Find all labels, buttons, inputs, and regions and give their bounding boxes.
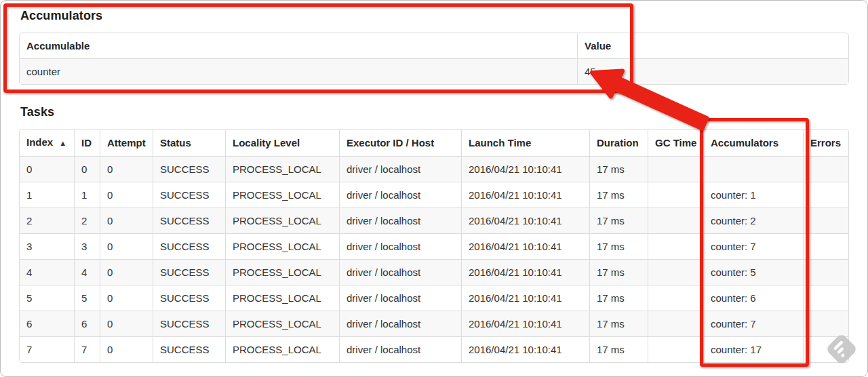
tasks-cell-executor-id-host: driver / localhost — [339, 182, 461, 207]
tasks-cell-executor-id-host: driver / localhost — [339, 207, 461, 233]
tasks-cell-duration: 17 ms — [589, 285, 648, 311]
tasks-cell-index: 3 — [20, 233, 74, 259]
tasks-cell-id: 3 — [74, 233, 100, 259]
tasks-cell-launch-time: 2016/04/21 10:10:41 — [461, 207, 589, 233]
tasks-cell-launch-time: 2016/04/21 10:10:41 — [461, 285, 589, 311]
tasks-cell-errors — [803, 156, 848, 182]
tasks-cell-executor-id-host: driver / localhost — [339, 336, 461, 362]
tasks-cell-errors — [803, 182, 848, 207]
tasks-cell-duration: 17 ms — [589, 336, 648, 362]
tasks-cell-duration: 17 ms — [589, 233, 648, 259]
tasks-cell-duration: 17 ms — [589, 207, 648, 233]
tasks-cell-attempt: 0 — [100, 285, 153, 311]
tasks-cell-status: SUCCESS — [153, 233, 225, 259]
tasks-cell-attempt: 0 — [100, 182, 153, 207]
tasks-table-row: 660SUCCESSPROCESS_LOCALdriver / localhos… — [20, 311, 848, 336]
tasks-cell-accumulators: counter: 1 — [703, 182, 803, 207]
tasks-cell-duration: 17 ms — [589, 156, 648, 182]
tasks-table: Index▲IDAttemptStatusLocality LevelExecu… — [19, 129, 849, 363]
tasks-cell-accumulators: counter: 6 — [703, 285, 803, 311]
tasks-cell-locality-level: PROCESS_LOCAL — [225, 233, 339, 259]
accumulators-col-header-value: Value — [577, 33, 848, 58]
tasks-table-row: 440SUCCESSPROCESS_LOCALdriver / localhos… — [20, 259, 848, 285]
accumulators-cell-value: 45 — [577, 58, 848, 84]
tasks-cell-duration: 17 ms — [589, 259, 648, 285]
tasks-col-header-executor-id-host[interactable]: Executor ID / Host — [339, 130, 461, 156]
tasks-table-row: 220SUCCESSPROCESS_LOCALdriver / localhos… — [20, 207, 848, 233]
tasks-cell-status: SUCCESS — [153, 207, 225, 233]
tasks-cell-index: 6 — [20, 311, 74, 336]
tasks-cell-duration: 17 ms — [589, 311, 648, 336]
tasks-cell-id: 1 — [74, 182, 100, 207]
tasks-cell-accumulators — [703, 156, 803, 182]
tasks-cell-gc-time — [648, 207, 703, 233]
tasks-cell-locality-level: PROCESS_LOCAL — [225, 285, 339, 311]
tasks-cell-accumulators: counter: 7 — [703, 311, 803, 336]
sort-ascending-icon: ▲ — [59, 139, 66, 147]
tasks-cell-launch-time: 2016/04/21 10:10:41 — [461, 233, 589, 259]
tasks-cell-locality-level: PROCESS_LOCAL — [225, 156, 339, 182]
tasks-cell-launch-time: 2016/04/21 10:10:41 — [461, 182, 589, 207]
tasks-cell-errors — [803, 285, 848, 311]
tasks-cell-locality-level: PROCESS_LOCAL — [225, 259, 339, 285]
tasks-cell-gc-time — [648, 156, 703, 182]
tasks-col-header-index[interactable]: Index▲ — [20, 130, 74, 156]
tasks-cell-launch-time: 2016/04/21 10:10:41 — [461, 156, 589, 182]
tasks-cell-attempt: 0 — [100, 336, 153, 362]
tasks-cell-attempt: 0 — [100, 233, 153, 259]
accumulators-cell-accumulable: counter — [20, 58, 577, 84]
tasks-cell-duration: 17 ms — [589, 182, 648, 207]
tasks-table-row: 330SUCCESSPROCESS_LOCALdriver / localhos… — [20, 233, 848, 259]
tasks-cell-errors — [803, 311, 848, 336]
tasks-col-header-accumulators[interactable]: Accumulators — [703, 130, 803, 156]
tasks-col-header-gc-time[interactable]: GC Time — [648, 130, 703, 156]
tasks-cell-executor-id-host: driver / localhost — [339, 285, 461, 311]
tasks-cell-launch-time: 2016/04/21 10:10:41 — [461, 336, 589, 362]
tasks-cell-gc-time — [648, 182, 703, 207]
accumulators-table: AccumulableValue counter45 — [19, 33, 849, 85]
tasks-cell-status: SUCCESS — [153, 311, 225, 336]
tasks-col-header-attempt[interactable]: Attempt — [100, 130, 153, 156]
tasks-cell-status: SUCCESS — [153, 285, 225, 311]
tasks-cell-attempt: 0 — [100, 259, 153, 285]
tasks-cell-index: 4 — [20, 259, 74, 285]
tasks-cell-errors — [803, 336, 848, 362]
accumulators-table-row: counter45 — [20, 58, 848, 84]
tasks-col-header-launch-time[interactable]: Launch Time — [461, 130, 589, 156]
tasks-cell-gc-time — [648, 259, 703, 285]
tasks-cell-index: 0 — [20, 156, 74, 182]
tasks-cell-launch-time: 2016/04/21 10:10:41 — [461, 259, 589, 285]
tasks-cell-errors — [803, 233, 848, 259]
tasks-cell-gc-time — [648, 311, 703, 336]
tasks-col-header-duration[interactable]: Duration — [589, 130, 648, 156]
tasks-col-header-id[interactable]: ID — [74, 130, 100, 156]
tasks-cell-status: SUCCESS — [153, 156, 225, 182]
tasks-table-row: 110SUCCESSPROCESS_LOCALdriver / localhos… — [20, 182, 848, 207]
tasks-cell-gc-time — [648, 233, 703, 259]
page-content: Accumulators AccumulableValue counter45 … — [1, 1, 867, 363]
tasks-cell-locality-level: PROCESS_LOCAL — [225, 182, 339, 207]
tasks-cell-errors — [803, 259, 848, 285]
tasks-cell-accumulators: counter: 5 — [703, 259, 803, 285]
tasks-cell-executor-id-host: driver / localhost — [339, 156, 461, 182]
tasks-table-row: 550SUCCESSPROCESS_LOCALdriver / localhos… — [20, 285, 848, 311]
tasks-cell-accumulators: counter: 7 — [703, 233, 803, 259]
tasks-cell-gc-time — [648, 336, 703, 362]
tasks-table-head-row: Index▲IDAttemptStatusLocality LevelExecu… — [20, 130, 848, 156]
tasks-col-header-status[interactable]: Status — [153, 130, 225, 156]
tasks-cell-locality-level: PROCESS_LOCAL — [225, 336, 339, 362]
accumulators-col-header-accumulable: Accumulable — [20, 33, 577, 58]
tasks-col-header-locality-level[interactable]: Locality Level — [225, 130, 339, 156]
tasks-cell-attempt: 0 — [100, 311, 153, 336]
tasks-cell-id: 0 — [74, 156, 100, 182]
tasks-cell-locality-level: PROCESS_LOCAL — [225, 207, 339, 233]
tasks-table-row: 000SUCCESSPROCESS_LOCALdriver / localhos… — [20, 156, 848, 182]
tasks-cell-executor-id-host: driver / localhost — [339, 233, 461, 259]
tasks-col-header-errors[interactable]: Errors — [803, 130, 848, 156]
tasks-cell-attempt: 0 — [100, 156, 153, 182]
spark-stage-page: Accumulators AccumulableValue counter45 … — [0, 0, 868, 377]
tasks-cell-status: SUCCESS — [153, 182, 225, 207]
tasks-cell-executor-id-host: driver / localhost — [339, 311, 461, 336]
accumulators-table-body: counter45 — [20, 58, 848, 84]
tasks-cell-locality-level: PROCESS_LOCAL — [225, 311, 339, 336]
